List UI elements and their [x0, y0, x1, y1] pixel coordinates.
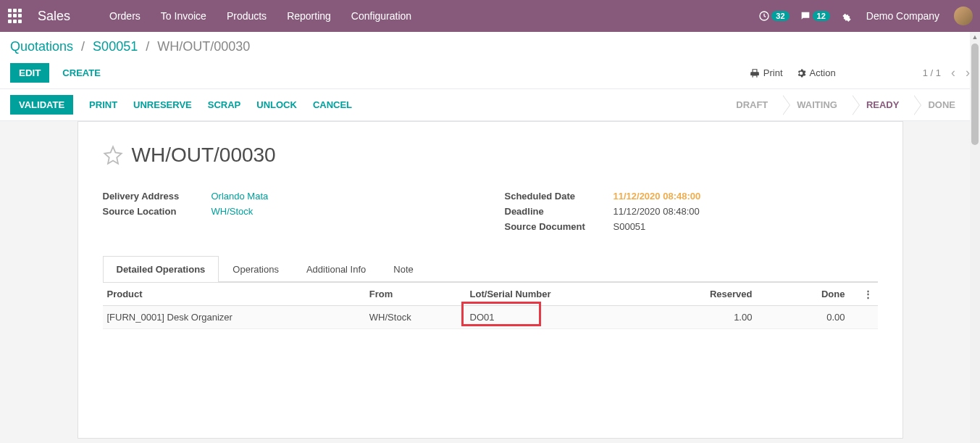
stage-ready[interactable]: READY — [852, 95, 914, 115]
scrollbar-thumb[interactable] — [971, 44, 979, 145]
action-button[interactable]: Action — [796, 67, 836, 78]
label-source-location: Source Location — [103, 206, 212, 217]
scrollbar[interactable]: ▲ — [970, 32, 980, 443]
tab-detailed-operations[interactable]: Detailed Operations — [103, 256, 219, 282]
label-source-document: Source Document — [505, 221, 613, 232]
value-delivery-address[interactable]: Orlando Mata — [212, 191, 269, 202]
value-source-location[interactable]: WH/Stock — [212, 206, 254, 217]
th-done: Done — [766, 283, 859, 306]
tab-additional-info[interactable]: Additional Info — [293, 256, 380, 282]
value-deadline: 11/12/2020 08:48:00 — [613, 206, 700, 217]
pager: 1 / 1 — [923, 67, 941, 78]
breadcrumb-s00051[interactable]: S00051 — [93, 39, 138, 54]
th-product: Product — [103, 283, 365, 306]
stage-done[interactable]: DONE — [913, 95, 970, 115]
unlock-action[interactable]: UNLOCK — [256, 99, 297, 110]
stage-waiting[interactable]: WAITING — [782, 95, 852, 115]
breadcrumb-bar: Quotations / S00051 / WH/OUT/00030 — [0, 32, 980, 57]
nav-menu: Orders To Invoice Products Reporting Con… — [99, 0, 422, 32]
label-deadline: Deadline — [505, 206, 613, 217]
th-from: From — [365, 283, 466, 306]
navbar: Sales Orders To Invoice Products Reporti… — [0, 0, 980, 32]
create-button[interactable]: CREATE — [62, 67, 100, 78]
value-source-document: S00051 — [613, 221, 646, 232]
status-stages: DRAFT WAITING READY DONE — [721, 95, 970, 115]
avatar[interactable] — [954, 7, 973, 25]
tab-note[interactable]: Note — [380, 256, 427, 282]
print-icon — [750, 68, 760, 78]
tabs: Detailed Operations Operations Additiona… — [103, 256, 878, 282]
edit-button[interactable]: EDIT — [10, 63, 49, 83]
stage-draft[interactable]: DRAFT — [721, 95, 782, 115]
star-icon[interactable] — [103, 145, 123, 165]
messages-icon[interactable]: 12 — [800, 10, 830, 22]
company-name[interactable]: Demo Company — [866, 10, 939, 22]
brand[interactable]: Sales — [38, 9, 70, 24]
validate-button[interactable]: VALIDATE — [10, 95, 73, 115]
table-row[interactable]: [FURN_0001] Desk Organizer WH/Stock DO01… — [103, 306, 878, 329]
label-scheduled-date: Scheduled Date — [505, 191, 613, 202]
label-delivery-address: Delivery Address — [103, 191, 212, 202]
breadcrumb-sep: / — [146, 39, 149, 54]
nav-to-invoice[interactable]: To Invoice — [151, 0, 217, 32]
cell-lot: DO01 — [466, 306, 658, 329]
th-kebab[interactable]: ⋮ — [859, 283, 877, 306]
operations-table: Product From Lot/Serial Number Reserved … — [103, 282, 878, 329]
print-action[interactable]: PRINT — [89, 99, 117, 110]
unreserve-action[interactable]: UNRESERVE — [133, 99, 192, 110]
cell-from: WH/Stock — [365, 306, 466, 329]
messages-badge: 12 — [813, 11, 830, 21]
gear-icon — [796, 68, 806, 78]
prev-button[interactable]: ‹ — [951, 65, 955, 80]
nav-configuration[interactable]: Configuration — [341, 0, 422, 32]
activities-badge: 32 — [771, 11, 789, 21]
print-label: Print — [763, 67, 783, 78]
tab-operations[interactable]: Operations — [219, 256, 293, 282]
cell-product: [FURN_0001] Desk Organizer — [103, 306, 365, 329]
record-title: WH/OUT/00030 — [132, 144, 276, 167]
form-area: WH/OUT/00030 Delivery AddressOrlando Mat… — [0, 121, 980, 443]
scrap-action[interactable]: SCRAP — [208, 99, 241, 110]
activities-icon[interactable]: 32 — [758, 10, 789, 22]
cell-done: 0.00 — [766, 306, 859, 329]
form-sheet: WH/OUT/00030 Delivery AddressOrlando Mat… — [78, 121, 903, 439]
value-scheduled-date: 11/12/2020 08:48:00 — [613, 191, 701, 202]
nav-orders[interactable]: Orders — [99, 0, 151, 32]
breadcrumb-sep: / — [81, 39, 85, 54]
control-bar: EDIT CREATE Print Action 1 / 1 ‹ › — [0, 57, 980, 89]
highlight-box — [461, 302, 541, 326]
debug-icon[interactable] — [840, 10, 852, 22]
breadcrumb-quotations[interactable]: Quotations — [10, 39, 73, 54]
print-button[interactable]: Print — [750, 67, 783, 78]
nav-products[interactable]: Products — [217, 0, 277, 32]
cell-reserved: 1.00 — [658, 306, 766, 329]
scrollbar-up-icon[interactable]: ▲ — [970, 32, 980, 42]
status-bar: VALIDATE PRINT UNRESERVE SCRAP UNLOCK CA… — [0, 89, 980, 121]
action-label: Action — [810, 67, 836, 78]
cancel-action[interactable]: CANCEL — [313, 99, 352, 110]
nav-reporting[interactable]: Reporting — [277, 0, 341, 32]
apps-icon[interactable] — [7, 8, 23, 24]
th-reserved: Reserved — [658, 283, 766, 306]
breadcrumb-current: WH/OUT/00030 — [157, 39, 250, 54]
